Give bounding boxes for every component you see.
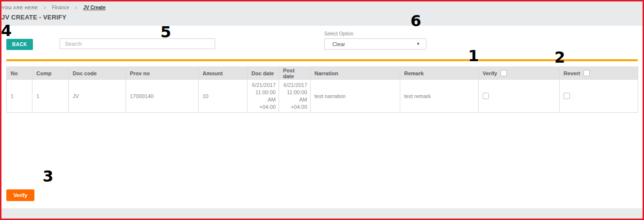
verify-all-checkbox[interactable] [501, 70, 507, 76]
column-header-comp: Comp [32, 67, 69, 80]
page-title: JV CREATE - VERIFY [1, 14, 66, 21]
column-header-revert: Revert [560, 67, 638, 80]
revert-all-checkbox[interactable] [583, 70, 590, 76]
column-header-remark: Remark [400, 67, 479, 80]
breadcrumb-item-jv-create[interactable]: JV Create [83, 5, 106, 10]
table-row: 1 1 JV 17000140 10 6/21/2017 11:00:00 AM… [7, 80, 638, 113]
annotation-4: 4 [1, 23, 12, 38]
column-header-amount: Amount [199, 67, 248, 80]
cell-narration: test narration [311, 80, 400, 113]
orange-divider [6, 59, 638, 61]
column-header-prov-no: Prov no [126, 67, 199, 80]
cell-doc-date: 6/21/2017 11:00:00 AM +04:00 [248, 80, 279, 113]
breadcrumb: YOU ARE HERE > Finance > JV Create [1, 5, 106, 10]
column-header-no: No [7, 67, 32, 80]
app-window: YOU ARE HERE > Finance > JV Create JV CR… [0, 0, 644, 220]
column-header-narration: Narration [311, 67, 400, 80]
cell-verify [479, 80, 560, 113]
select-option-label: Select Option [324, 31, 353, 36]
breadcrumb-separator-icon: > [75, 5, 78, 10]
cell-doc-code: JV [69, 80, 126, 113]
annotation-3: 3 [43, 169, 53, 184]
page-footer-band [1, 208, 643, 219]
column-header-doc-date: Doc date [248, 67, 279, 80]
search-input[interactable] [60, 38, 215, 49]
verify-button[interactable]: Verify [6, 189, 34, 201]
column-header-verify: Verify [479, 67, 560, 80]
cell-amount: 10 [199, 80, 248, 113]
column-header-post-date: Post date [279, 67, 311, 80]
cell-remark: test remark [400, 80, 479, 113]
column-header-doc-code: Doc code [69, 67, 126, 80]
revert-column-label: Revert [564, 70, 580, 76]
select-option-value: Clear [332, 41, 345, 47]
cell-prov-no: 17000140 [126, 80, 199, 113]
cell-revert [560, 80, 638, 113]
page-header-band: YOU ARE HERE > Finance > JV Create JV CR… [1, 1, 643, 26]
back-button[interactable]: BACK [6, 39, 33, 50]
annotation-1: 1 [468, 48, 479, 64]
annotation-6: 6 [410, 13, 421, 29]
breadcrumb-separator-icon: > [44, 5, 46, 10]
chevron-down-icon: ▼ [416, 42, 420, 46]
select-option-dropdown[interactable]: Clear ▼ [324, 38, 426, 50]
breadcrumb-prefix: YOU ARE HERE [1, 5, 38, 10]
verify-column-label: Verify [483, 70, 497, 76]
cell-no: 1 [7, 80, 32, 113]
table-header-row: No Comp Doc code Prov no Amount Doc date… [7, 67, 638, 80]
cell-comp: 1 [32, 80, 69, 113]
annotation-2: 2 [554, 50, 565, 65]
row-revert-checkbox[interactable] [564, 93, 570, 99]
annotation-5: 5 [160, 24, 171, 40]
jv-verify-table: No Comp Doc code Prov no Amount Doc date… [6, 67, 638, 113]
cell-post-date: 6/21/2017 11:00:00 AM +04:00 [279, 80, 311, 113]
breadcrumb-item-finance[interactable]: Finance [52, 5, 69, 10]
row-verify-checkbox[interactable] [483, 93, 489, 99]
